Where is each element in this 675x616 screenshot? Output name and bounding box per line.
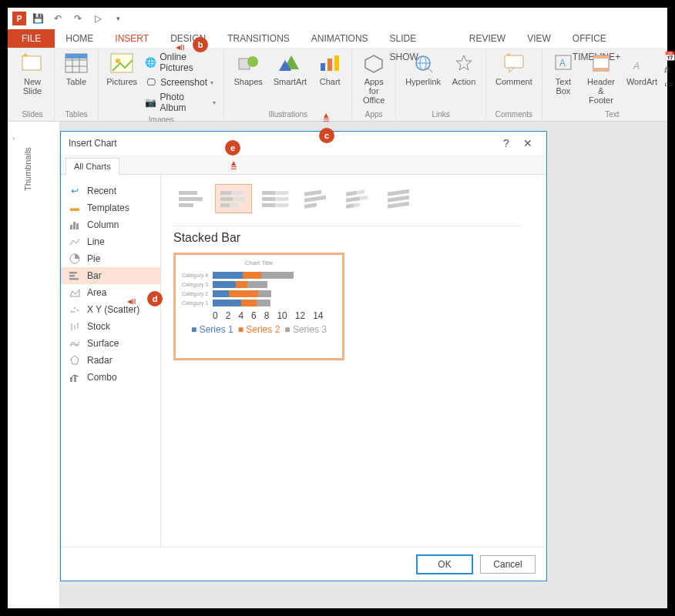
tab-design[interactable]: DESIGN: [160, 29, 217, 48]
wordart-button[interactable]: A WordArt: [623, 49, 661, 88]
text-box-button[interactable]: A Text Box: [547, 49, 579, 97]
smartart-button[interactable]: SmartArt: [269, 49, 311, 88]
pictures-button[interactable]: Pictures: [103, 49, 140, 88]
tab-office-timeline[interactable]: OFFICE TIMELINE+: [562, 29, 667, 48]
svg-point-41: [77, 310, 79, 311]
subtype-title: Stacked Bar: [173, 231, 534, 245]
tab-transitions[interactable]: TRANSITIONS: [217, 29, 301, 48]
svg-text:A: A: [633, 61, 640, 72]
category-area[interactable]: Area: [61, 284, 160, 301]
svg-marker-24: [506, 53, 511, 55]
chart-button[interactable]: Chart: [313, 49, 347, 88]
svg-rect-36: [69, 275, 75, 277]
present-icon[interactable]: ▷: [89, 10, 106, 27]
thumbnails-label: Thumbnails: [23, 147, 32, 191]
tab-review[interactable]: REVIEW: [458, 29, 516, 48]
category-recent[interactable]: ↩Recent: [61, 182, 160, 199]
svg-rect-58: [388, 189, 409, 196]
ok-button[interactable]: OK: [417, 555, 472, 574]
online-pictures-icon: 🌐: [145, 56, 156, 69]
group-label: Slides: [22, 110, 42, 120]
comment-button[interactable]: Comment: [491, 49, 537, 88]
subtype-3d-stacked-bar[interactable]: [340, 184, 377, 213]
dialog-close-button[interactable]: ✕: [517, 137, 539, 149]
svg-rect-53: [357, 189, 364, 194]
save-icon[interactable]: 💾: [29, 10, 46, 27]
redo-icon[interactable]: ↷: [69, 10, 86, 27]
screenshot-button[interactable]: 🖵Screenshot ▾: [143, 75, 217, 89]
tab-view[interactable]: VIEW: [516, 29, 562, 48]
subtype-clustered-bar[interactable]: [173, 184, 210, 213]
insert-chart-dialog: Insert Chart ? ✕ All Charts ↩Recent ▬Tem…: [60, 131, 547, 581]
expand-thumbnails-icon[interactable]: ›: [12, 134, 15, 142]
chart-preview[interactable]: Chart Title Category 4Category 3Category…: [173, 253, 344, 360]
quick-access-toolbar: 💾 ↶ ↷ ▷ ▾: [8, 8, 667, 29]
category-column[interactable]: Column: [61, 216, 160, 233]
cancel-button[interactable]: Cancel: [480, 555, 536, 574]
svg-point-40: [74, 307, 76, 309]
object-icon[interactable]: ▭: [664, 79, 675, 89]
hyperlink-icon: [411, 51, 435, 75]
pictures-icon: [109, 51, 134, 75]
svg-marker-1: [22, 53, 29, 56]
screenshot-icon: 🖵: [145, 76, 157, 89]
category-templates[interactable]: ▬Templates: [61, 199, 160, 216]
callout-c: c: [319, 128, 334, 143]
qat-customize-icon[interactable]: ▾: [109, 10, 126, 27]
dialog-footer: OK Cancel: [61, 547, 546, 581]
slide-number-icon[interactable]: #: [664, 65, 675, 75]
text-box-icon: A: [551, 51, 576, 75]
hyperlink-button[interactable]: Hyperlink: [401, 49, 445, 88]
subtype-100-stacked-bar[interactable]: [257, 184, 294, 213]
table-button[interactable]: Table: [59, 49, 93, 88]
bar-icon: [69, 270, 81, 281]
stock-icon: [69, 321, 81, 332]
svg-rect-29: [593, 68, 609, 71]
callout-arrow: ◂ιι: [127, 296, 136, 306]
tab-insert[interactable]: INSERT: [104, 29, 160, 48]
subtype-stacked-bar[interactable]: [215, 184, 252, 213]
chart-category-list: ↩Recent ▬Templates Column Line Pie Bar A…: [61, 175, 161, 547]
svg-point-42: [73, 311, 75, 313]
category-surface[interactable]: Surface: [61, 335, 160, 352]
tab-slideshow[interactable]: SLIDE SHOW: [379, 29, 458, 48]
subtype-3d-clustered-bar[interactable]: [298, 184, 335, 213]
apps-for-office-button[interactable]: Apps for Office: [357, 49, 391, 106]
category-combo[interactable]: Combo: [61, 369, 160, 386]
category-radar[interactable]: Radar: [61, 352, 160, 369]
category-stock[interactable]: Stock: [61, 318, 160, 335]
online-pictures-button[interactable]: 🌐Online Pictures: [143, 51, 217, 74]
category-line[interactable]: Line: [61, 233, 160, 250]
svg-rect-0: [22, 56, 41, 70]
radar-icon: [69, 355, 81, 366]
tab-animations[interactable]: ANIMATIONS: [301, 29, 379, 48]
svg-rect-16: [334, 55, 339, 71]
category-pie[interactable]: Pie: [61, 250, 160, 267]
category-scatter[interactable]: X Y (Scatter): [61, 301, 160, 318]
svg-rect-31: [70, 225, 72, 229]
date-time-icon[interactable]: 📅: [664, 51, 675, 62]
header-footer-button[interactable]: Header & Footer: [581, 49, 621, 106]
dialog-help-button[interactable]: ?: [495, 137, 517, 149]
new-slide-button[interactable]: New Slide: [15, 49, 49, 97]
category-bar[interactable]: Bar: [61, 267, 160, 284]
dialog-tab-all-charts[interactable]: All Charts: [65, 158, 119, 175]
svg-rect-54: [346, 196, 360, 203]
tab-home[interactable]: HOME: [55, 29, 104, 48]
undo-icon[interactable]: ↶: [49, 10, 66, 27]
photo-album-icon: 📷: [145, 96, 156, 109]
shapes-button[interactable]: Shapes: [229, 49, 267, 88]
action-button[interactable]: Action: [447, 49, 481, 88]
subtype-3d-100-stacked-bar[interactable]: [381, 184, 418, 213]
app-logo-icon: [12, 12, 26, 25]
new-slide-icon: [20, 51, 45, 75]
photo-album-button[interactable]: 📷Photo Album ▾: [143, 91, 217, 114]
svg-rect-14: [321, 63, 325, 71]
action-icon: [452, 51, 476, 75]
recent-icon: ↩: [69, 186, 81, 196]
tab-file[interactable]: FILE: [8, 29, 55, 48]
apps-icon: [361, 51, 386, 75]
smartart-icon: [277, 51, 302, 75]
preview-chart-title: Chart Title: [182, 259, 336, 266]
templates-icon: ▬: [69, 203, 81, 213]
